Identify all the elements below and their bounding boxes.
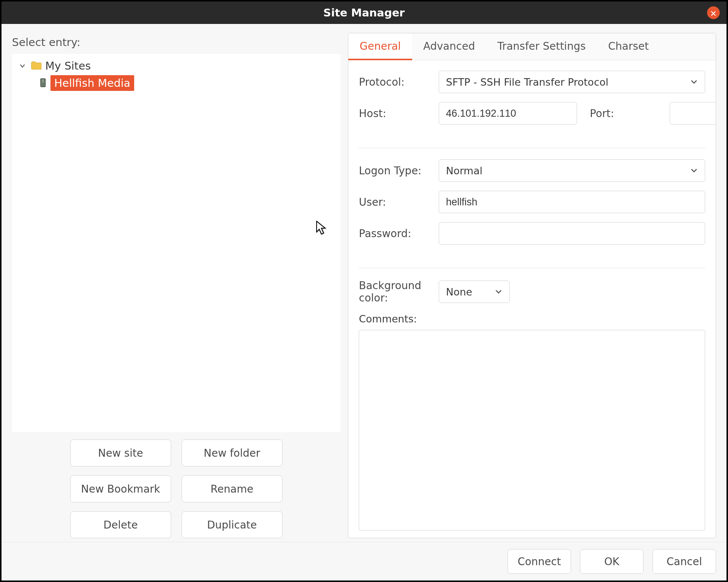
entry-panel: Select entry: My Sites Hellfish Media	[12, 33, 340, 538]
background-color-label: Background color:	[359, 279, 430, 304]
tree-root-label: My Sites	[45, 59, 91, 72]
tab-transfer-settings[interactable]: Transfer Settings	[486, 33, 597, 60]
select-entry-label: Select entry:	[12, 36, 340, 49]
tab-charset[interactable]: Charset	[597, 33, 660, 60]
divider-2	[359, 268, 705, 268]
chevron-down-icon	[690, 76, 698, 88]
chevron-down-icon	[690, 165, 698, 177]
delete-button[interactable]: Delete	[70, 511, 171, 538]
password-row: Password:	[359, 222, 705, 245]
tree-root-my-sites[interactable]: My Sites	[15, 58, 338, 74]
close-icon	[710, 6, 716, 19]
background-color-select[interactable]: None	[439, 281, 510, 303]
port-input[interactable]	[670, 102, 716, 125]
new-bookmark-button[interactable]: New Bookmark	[70, 475, 171, 502]
user-label: User:	[359, 196, 430, 208]
folder-icon	[31, 59, 41, 72]
password-label: Password:	[359, 227, 430, 240]
user-input[interactable]	[439, 191, 705, 213]
ok-button[interactable]: OK	[580, 549, 644, 574]
comments-block: Comments:	[359, 313, 705, 530]
details-panel: General Advanced Transfer Settings Chars…	[348, 33, 716, 538]
dialog-footer: Connect OK Cancel	[1, 542, 727, 581]
tree-item-hellfish-media[interactable]: Hellfish Media	[15, 74, 338, 92]
logon-type-select[interactable]: Normal	[439, 159, 705, 182]
window-title: Site Manager	[323, 6, 405, 19]
content: Select entry: My Sites Hellfish Media	[1, 24, 727, 542]
user-row: User:	[359, 191, 705, 213]
password-input[interactable]	[439, 222, 705, 245]
host-label: Host:	[359, 107, 430, 120]
svg-point-2	[43, 81, 44, 82]
protocol-value: SFTP - SSH File Transfer Protocol	[446, 76, 608, 88]
host-port-row: Host: Port:	[359, 102, 705, 125]
site-tree[interactable]: My Sites Hellfish Media	[12, 54, 340, 432]
new-folder-button[interactable]: New folder	[182, 439, 283, 466]
protocol-row: Protocol: SFTP - SSH File Transfer Proto…	[359, 71, 705, 93]
tab-body-general: Protocol: SFTP - SSH File Transfer Proto…	[348, 60, 716, 538]
logon-type-value: Normal	[446, 165, 482, 177]
protocol-select[interactable]: SFTP - SSH File Transfer Protocol	[439, 71, 705, 93]
tab-advanced[interactable]: Advanced	[412, 33, 486, 60]
comments-textarea[interactable]	[359, 330, 705, 530]
chevron-down-icon	[494, 286, 503, 298]
server-icon	[39, 78, 47, 88]
host-input[interactable]	[439, 102, 577, 125]
logon-type-label: Logon Type:	[359, 165, 430, 177]
svg-point-1	[43, 80, 44, 81]
rename-button[interactable]: Rename	[182, 475, 283, 502]
titlebar: Site Manager	[1, 1, 727, 24]
comments-label: Comments:	[359, 313, 705, 325]
tab-general[interactable]: General	[348, 33, 412, 60]
background-color-row: Background color: None	[359, 279, 705, 304]
duplicate-button[interactable]: Duplicate	[182, 511, 283, 538]
port-label: Port:	[590, 107, 661, 120]
chevron-down-icon	[18, 62, 27, 69]
connect-button[interactable]: Connect	[508, 549, 571, 574]
logon-type-row: Logon Type: Normal	[359, 159, 705, 182]
window-close-button[interactable]	[707, 6, 720, 19]
divider-1	[359, 148, 705, 148]
site-manager-window: Site Manager Select entry: My Sites	[0, 0, 728, 582]
protocol-label: Protocol:	[359, 76, 430, 88]
entry-buttons: New site New folder New Bookmark Rename …	[12, 439, 340, 538]
tree-item-label: Hellfish Media	[50, 75, 134, 91]
cancel-button[interactable]: Cancel	[653, 549, 716, 574]
new-site-button[interactable]: New site	[70, 439, 171, 466]
tabs: General Advanced Transfer Settings Chars…	[348, 33, 716, 60]
background-color-value: None	[446, 286, 472, 298]
